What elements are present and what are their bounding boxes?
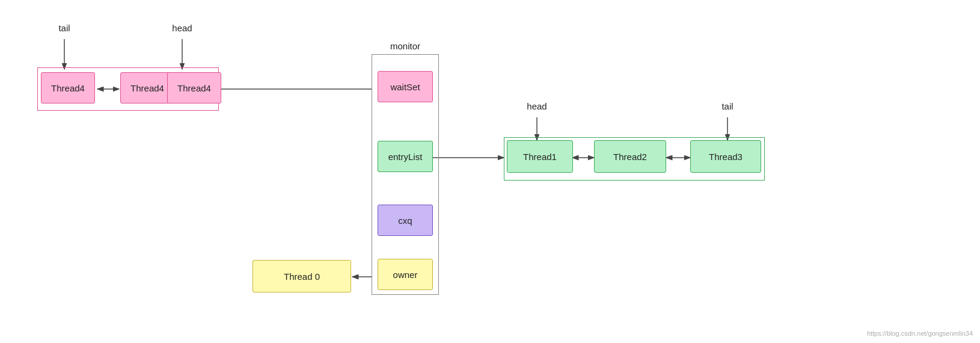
thread3-box: Thread3: [690, 140, 761, 173]
tail-label-left: tail: [49, 23, 79, 33]
entrylist-box: entryList: [378, 141, 433, 172]
thread4-box-left: Thread4: [41, 72, 95, 104]
head-label-left: head: [167, 23, 197, 33]
cxq-box: cxq: [378, 205, 433, 236]
thread1-box: Thread1: [507, 140, 573, 173]
tail-label-right: tail: [712, 101, 743, 111]
diagram: tail head head tail Thread4 Thread4 Thre…: [0, 0, 980, 343]
monitor-title: monitor: [372, 41, 439, 51]
thread0-box: Thread 0: [253, 260, 351, 292]
thread4-box-right: Thread4: [167, 72, 221, 104]
head-label-right: head: [522, 101, 552, 111]
arrows-svg: [0, 0, 980, 343]
thread2-box: Thread2: [594, 140, 666, 173]
watermark: https://blog.csdn.net/gongsenmlin34: [867, 330, 973, 337]
waitset-box: waitSet: [378, 71, 433, 102]
thread4-box-mid: Thread4: [120, 72, 174, 104]
owner-box: owner: [378, 259, 433, 290]
